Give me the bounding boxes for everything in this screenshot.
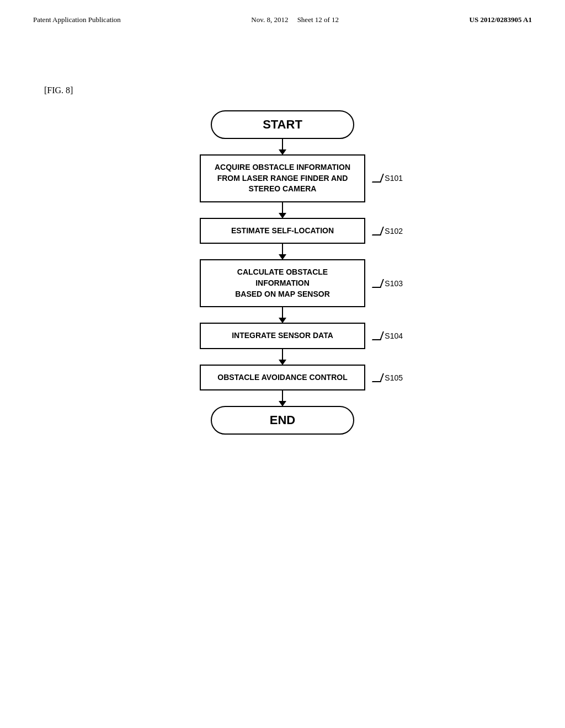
header-publication-label: Patent Application Publication [33, 15, 121, 24]
start-shape: START [211, 110, 354, 139]
step-s102-wrapper: ESTIMATE SELF-LOCATION S102 [200, 218, 365, 244]
step-s101-label: ACQUIRE OBSTACLE INFORMATIONFROM LASER R… [215, 162, 350, 195]
step-s103-wrapper: CALCULATE OBSTACLE INFORMATIONBASED ON M… [200, 259, 365, 307]
arrow-6 [282, 390, 283, 406]
end-shape: END [211, 406, 354, 435]
step-s104-number: S104 [374, 331, 403, 340]
step-s105: OBSTACLE AVOIDANCE CONTROL [200, 365, 365, 391]
step-s102: ESTIMATE SELF-LOCATION [200, 218, 365, 244]
header-patent-number: US 2012/0283905 A1 [470, 15, 532, 24]
header-date-sheet: Nov. 8, 2012 Sheet 12 of 12 [251, 15, 339, 24]
step-s104-label: INTEGRATE SENSOR DATA [232, 330, 333, 341]
end-label: END [270, 413, 295, 427]
step-s104-wrapper: INTEGRATE SENSOR DATA S104 [200, 323, 365, 349]
start-label: START [263, 117, 302, 132]
step-s105-label: OBSTACLE AVOIDANCE CONTROL [217, 372, 347, 383]
end-shape-wrapper: END [211, 406, 354, 435]
step-s102-label: ESTIMATE SELF-LOCATION [231, 226, 334, 237]
step-s103-label: CALCULATE OBSTACLE INFORMATIONBASED ON M… [210, 267, 355, 299]
header-date: Nov. 8, 2012 [251, 15, 288, 24]
step-s101-number: S101 [374, 174, 403, 183]
flowchart-diagram: START ACQUIRE OBSTACLE INFORMATIONFROM L… [200, 110, 365, 435]
start-shape-wrapper: START [211, 110, 354, 139]
arrow-2 [282, 202, 283, 218]
step-s102-number: S102 [374, 227, 403, 235]
flowchart: START ACQUIRE OBSTACLE INFORMATIONFROM L… [200, 110, 365, 435]
arrow-4 [282, 307, 283, 323]
step-s104: INTEGRATE SENSOR DATA [200, 323, 365, 349]
step-s105-number: S105 [374, 373, 403, 382]
step-s105-wrapper: OBSTACLE AVOIDANCE CONTROL S105 [200, 365, 365, 391]
step-s103-number: S103 [374, 279, 403, 288]
arrow-3 [282, 244, 283, 259]
page-header: Patent Application Publication Nov. 8, 2… [0, 0, 565, 24]
figure-label: [FIG. 8] [44, 85, 73, 95]
step-s101-wrapper: ACQUIRE OBSTACLE INFORMATIONFROM LASER R… [200, 154, 365, 202]
step-s101: ACQUIRE OBSTACLE INFORMATIONFROM LASER R… [200, 154, 365, 202]
arrow-1 [282, 139, 283, 154]
step-s103: CALCULATE OBSTACLE INFORMATIONBASED ON M… [200, 259, 365, 307]
arrow-5 [282, 349, 283, 365]
header-sheet: Sheet 12 of 12 [297, 15, 339, 24]
